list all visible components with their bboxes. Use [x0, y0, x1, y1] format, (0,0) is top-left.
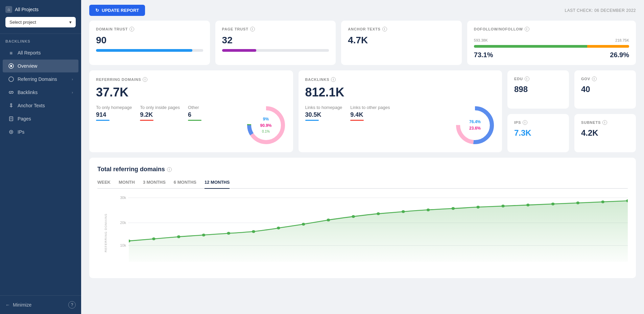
sub-stat-homepage-links-label: Links to homepage — [305, 105, 342, 110]
backlinks-donut-pink: 23.6% — [469, 125, 481, 132]
sub-stat-other: Other 6 — [188, 105, 201, 121]
domain-trust-progress — [96, 49, 203, 52]
chart-dot — [352, 215, 355, 218]
sub-stat-other-pages-label: Links to other pages — [350, 105, 390, 110]
referring-domains-icon — [8, 76, 14, 82]
sidebar-item-referring-domains[interactable]: Referring Domains › — [3, 73, 78, 86]
sidebar-bottom: ← Minimize ? — [0, 295, 81, 314]
dashboard-content: DOMAIN TRUST i 90 PAGE TRUST i 32 — [81, 21, 644, 314]
backlinks-card: BACKLINKS i 812.1K Links to homepage 30.… — [299, 70, 502, 152]
anchor-texts-card: ANCHOR TEXTS i 4.7K — [341, 21, 462, 65]
sub-stat-inside-bar — [140, 120, 153, 121]
referring-domains-info-icon[interactable]: i — [143, 77, 147, 82]
anchor-texts-label: ANCHOR TEXTS i — [348, 27, 455, 31]
donut-small-label: 0.1% — [260, 129, 271, 134]
sidebar-item-ips[interactable]: IPs — [3, 126, 78, 138]
backlinks-donut-chart: 76.4% 23.6% — [455, 105, 495, 145]
domain-trust-info-icon[interactable]: i — [129, 27, 134, 31]
ips-value: 7.3K — [514, 128, 562, 138]
line-chart-svg — [129, 196, 628, 262]
help-icon[interactable]: ? — [68, 301, 76, 309]
chart-dot — [377, 212, 380, 215]
dofollow-info-icon[interactable]: i — [525, 27, 529, 31]
anchor-texts-info-icon[interactable]: i — [382, 27, 387, 31]
backlinks-stats: Links to homepage 30.5K Links to other p… — [305, 105, 452, 121]
minimize-button[interactable]: ← Minimize — [5, 302, 31, 308]
chart-dot — [451, 207, 455, 210]
svg-rect-6 — [9, 117, 13, 121]
all-projects-label: All Projects — [15, 7, 39, 12]
chart-info-icon[interactable]: i — [167, 167, 172, 172]
sub-stat-other-bar — [188, 120, 201, 121]
chart-area: REFERRING DOMAINS 30k 20k — [97, 196, 628, 270]
anchor-texts-value: 4.7K — [348, 35, 455, 46]
backlinks-donut-blue: 76.4% — [469, 119, 481, 125]
sub-stat-homepage-links-bar — [305, 120, 319, 121]
backlinks-value: 812.1K — [305, 85, 496, 99]
sidebar-item-pages[interactable]: Pages — [3, 112, 78, 125]
y-axis-label: REFERRING DOMAINS — [104, 214, 108, 252]
chart-dot — [277, 227, 280, 229]
chart-dot — [427, 208, 430, 211]
all-projects-link[interactable]: ⌂ All Projects — [5, 6, 76, 13]
subnets-info-icon[interactable]: i — [602, 120, 607, 125]
chart-plot: 30k 20k 10k — [116, 196, 628, 270]
ips-label: IPS i — [514, 120, 562, 125]
chart-dot — [252, 230, 255, 233]
dofollow-percents: 73.1% 26.9% — [474, 51, 629, 59]
tab-week[interactable]: WEEK — [97, 180, 111, 189]
referring-domains-label: REFERRING DOMAINS i — [96, 77, 286, 82]
time-tabs: WEEK MONTH 3 MONTHS 6 MONTHS 12 MONTHS — [97, 180, 628, 189]
tab-3months[interactable]: 3 MONTHS — [143, 180, 166, 189]
update-report-button[interactable]: ↻ UPDATE REPORT — [89, 5, 145, 16]
sidebar-item-all-reports[interactable]: ≡ All Reports — [3, 46, 78, 59]
sidebar-item-overview-label: Overview — [18, 63, 37, 69]
sidebar-item-referring-domains-label: Referring Domains — [18, 76, 57, 82]
domain-trust-label: DOMAIN TRUST i — [96, 27, 203, 31]
chart-dot — [327, 219, 330, 221]
backlinks-donut-labels: 76.4% 23.6% — [469, 119, 481, 132]
chart-dot — [476, 206, 480, 208]
project-select[interactable]: Select project ▾ — [5, 17, 76, 27]
sidebar-item-backlinks-label: Backlinks — [18, 90, 38, 95]
sub-stat-inside: To only inside pages 9.2K — [140, 105, 180, 121]
backlinks-section-label: BACKLINKS — [0, 34, 81, 46]
sidebar-item-anchor-texts[interactable]: Anchor Texts — [3, 99, 78, 112]
dofollow-bar — [474, 45, 629, 48]
edu-info-icon[interactable]: i — [525, 76, 529, 81]
y-label-20k: 20k — [116, 221, 126, 225]
sidebar-item-overview[interactable]: Overview — [3, 60, 78, 72]
gov-card: GOV i 40 — [574, 70, 636, 109]
circle-icon — [8, 63, 14, 69]
page-trust-info-icon[interactable]: i — [250, 27, 255, 31]
sidebar-item-backlinks[interactable]: Backlinks › — [3, 86, 78, 99]
gov-info-icon[interactable]: i — [592, 76, 597, 81]
chart-dot — [526, 204, 530, 206]
chart-title: Total referring domains i — [97, 166, 628, 173]
donut-blue-label: 9% — [260, 116, 271, 122]
arrow-left-icon: ← — [5, 302, 10, 308]
chart-dot — [601, 200, 604, 203]
tab-12months[interactable]: 12 MONTHS — [205, 180, 230, 189]
chart-dot — [551, 203, 555, 205]
page-trust-progress — [222, 49, 329, 52]
y-label-30k: 30k — [116, 196, 126, 200]
referring-domains-content: To only homepage 914 To only inside page… — [96, 105, 286, 145]
sidebar-top: ⌂ All Projects Select project ▾ — [0, 0, 81, 34]
last-check-text: LAST CHECK: 06 DECEMBER 2022 — [565, 8, 636, 13]
backlinks-donut: 76.4% 23.6% — [455, 105, 495, 145]
ips-info-icon[interactable]: i — [523, 120, 527, 125]
main-header: ↻ UPDATE REPORT LAST CHECK: 06 DECEMBER … — [81, 0, 644, 21]
subnets-label: SUBNETS i — [581, 120, 629, 125]
page-trust-card: PAGE TRUST i 32 — [215, 21, 336, 65]
right-side-cards: EDU i 898 GOV i 40 IPS i — [507, 70, 636, 152]
sub-stat-inside-value: 9.2K — [140, 111, 180, 118]
tab-month[interactable]: MONTH — [119, 180, 135, 189]
backlinks-info-icon[interactable]: i — [331, 77, 336, 82]
chart-dot — [202, 233, 205, 236]
main-content: ↻ UPDATE REPORT LAST CHECK: 06 DECEMBER … — [81, 0, 644, 314]
edu-card: EDU i 898 — [507, 70, 569, 109]
pages-icon — [8, 116, 14, 122]
tab-6months[interactable]: 6 MONTHS — [174, 180, 196, 189]
refresh-icon: ↻ — [95, 8, 99, 13]
